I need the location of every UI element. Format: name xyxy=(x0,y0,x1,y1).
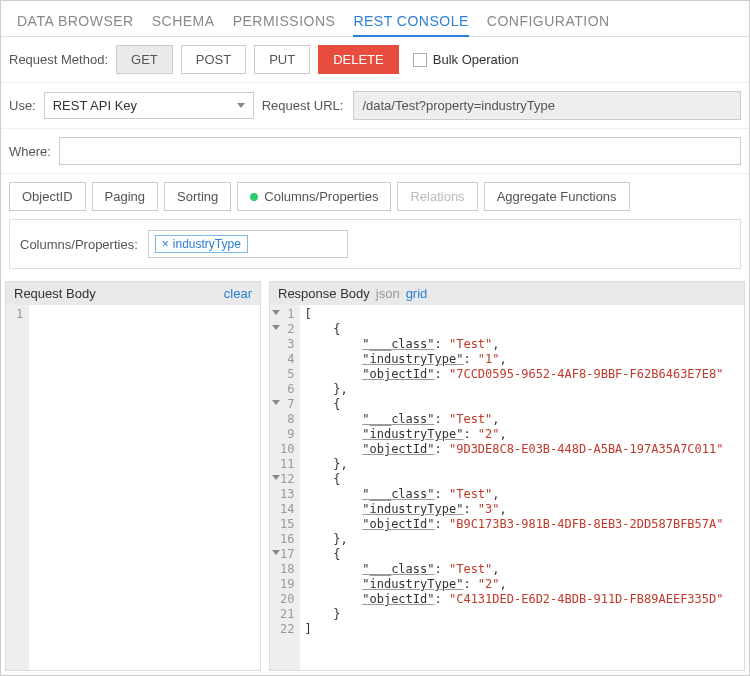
response-body-title: Response Body xyxy=(278,286,370,301)
method-put-button[interactable]: PUT xyxy=(254,45,310,74)
tab-permissions[interactable]: PERMISSIONS xyxy=(233,9,336,36)
columns-properties-input[interactable]: × industryType xyxy=(148,230,348,258)
request-url-input[interactable]: /data/Test?property=industryType xyxy=(353,91,741,120)
request-body-panel: Request Body clear 1 xyxy=(5,281,261,671)
request-body-title: Request Body xyxy=(14,286,96,301)
request-method-label: Request Method: xyxy=(9,52,108,67)
active-dot-icon xyxy=(250,193,258,201)
method-get-button[interactable]: GET xyxy=(116,45,173,74)
request-url-label: Request URL: xyxy=(262,98,344,113)
tab-configuration[interactable]: CONFIGURATION xyxy=(487,9,610,36)
method-post-button[interactable]: POST xyxy=(181,45,246,74)
where-input[interactable] xyxy=(59,137,741,165)
remove-tag-icon[interactable]: × xyxy=(162,237,169,251)
use-selected: REST API Key xyxy=(53,98,137,113)
request-body-editor[interactable] xyxy=(29,305,260,670)
use-label: Use: xyxy=(9,98,36,113)
opt-paging[interactable]: Paging xyxy=(92,182,158,211)
where-label: Where: xyxy=(9,144,51,159)
opt-aggregate[interactable]: Aggregate Functions xyxy=(484,182,630,211)
view-json-link[interactable]: json xyxy=(376,286,400,301)
property-tag-label: industryType xyxy=(173,237,241,251)
bulk-operation-label: Bulk Operation xyxy=(433,52,519,67)
opt-sorting[interactable]: Sorting xyxy=(164,182,231,211)
tab-schema[interactable]: SCHEMA xyxy=(152,9,215,36)
opt-columns-properties[interactable]: Columns/Properties xyxy=(237,182,391,211)
bulk-operation-checkbox[interactable] xyxy=(413,53,427,67)
opt-objectid[interactable]: ObjectID xyxy=(9,182,86,211)
clear-request-link[interactable]: clear xyxy=(224,286,252,301)
use-dropdown[interactable]: REST API Key xyxy=(44,92,254,119)
tab-rest-console[interactable]: REST CONSOLE xyxy=(353,9,468,37)
opt-relations[interactable]: Relations xyxy=(397,182,477,211)
tab-data-browser[interactable]: DATA BROWSER xyxy=(17,9,134,36)
response-body-editor[interactable]: [ { "___class": "Test", "industryType": … xyxy=(300,305,744,670)
view-grid-link[interactable]: grid xyxy=(406,286,428,301)
method-delete-button[interactable]: DELETE xyxy=(318,45,399,74)
property-tag[interactable]: × industryType xyxy=(155,235,248,253)
columns-properties-label: Columns/Properties: xyxy=(20,237,138,252)
opt-columns-label: Columns/Properties xyxy=(264,189,378,204)
response-body-panel: Response Body json grid 1234567891011121… xyxy=(269,281,745,671)
chevron-down-icon xyxy=(237,103,245,108)
